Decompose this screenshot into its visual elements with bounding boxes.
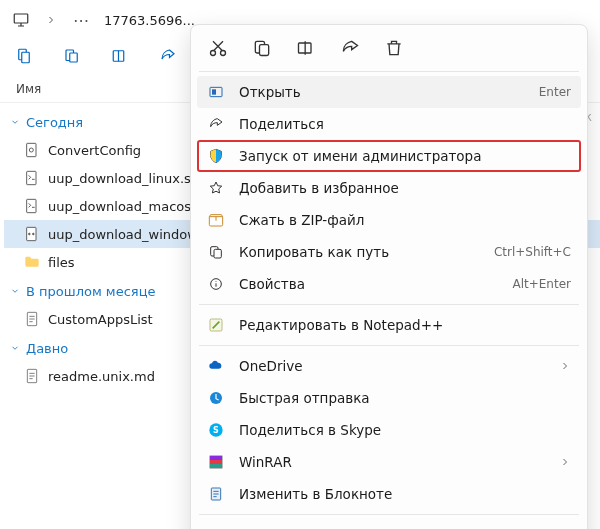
svg-rect-4 [70,53,78,62]
chevron-right-icon [559,360,571,372]
chevron-down-icon [10,343,22,355]
menu-item-label: Открыть [239,84,525,100]
group-name: Сегодня [26,115,83,130]
svg-text:S: S [213,426,219,435]
menu-item-npp[interactable]: Редактировать в Notepad++ [197,309,581,341]
copy-icon[interactable] [62,46,82,66]
rename-icon[interactable] [295,37,317,59]
ellipsis-icon[interactable]: ⋯ [70,9,92,31]
svg-rect-21 [212,89,216,94]
cut-icon[interactable] [14,46,34,66]
menu-item-label: Сжать в ZIP-файл [239,212,571,228]
svg-rect-23 [214,249,221,258]
menu-item-label: OneDrive [239,358,545,374]
svg-rect-30 [210,456,222,460]
menu-item-props[interactable]: СвойстваAlt+Enter [197,268,581,300]
chevron-right-icon[interactable] [40,9,62,31]
skype-icon: S [207,421,225,439]
separator [199,304,579,305]
menu-item-label: Добавить в избранное [239,180,571,196]
copypath-icon [207,243,225,261]
menu-item-shortcut: Alt+Enter [512,277,571,291]
file-icon [24,254,40,270]
menu-item-label: Копировать как путь [239,244,480,260]
menu-item-shield[interactable]: Запуск от имени администратора [197,140,581,172]
menu-item-label: Редактировать в Notepad++ [239,317,571,333]
svg-point-12 [33,233,35,235]
file-icon [24,226,40,242]
svg-rect-8 [27,171,36,184]
star-icon [207,179,225,197]
menu-item-copypath[interactable]: Копировать как путьCtrl+Shift+C [197,236,581,268]
share-icon[interactable] [158,46,178,66]
svg-rect-31 [210,460,222,464]
copy-icon[interactable] [251,37,273,59]
file-icon [24,198,40,214]
group-name: В прошлом месяце [26,284,155,299]
menu-item-open[interactable]: ОткрытьEnter [197,76,581,108]
separator [199,71,579,72]
menu-item-notepad[interactable]: Изменить в Блокноте [197,478,581,510]
file-name: uup_download_windows [48,227,205,242]
chevron-right-icon [559,456,571,468]
menu-item-star[interactable]: Добавить в избранное [197,172,581,204]
zip-icon [207,211,225,229]
group-name: Давно [26,341,68,356]
menu-item-label: Свойства [239,276,498,292]
share-icon [207,115,225,133]
file-name: CustomAppsList [48,312,153,327]
menu-item-label: Запуск от имени администратора [239,148,571,164]
file-icon [24,142,40,158]
menu-item-label: Быстрая отправка [239,390,571,406]
npp-icon [207,316,225,334]
onedrive-icon [207,357,225,375]
svg-rect-0 [14,14,28,23]
shield-icon [207,147,225,165]
menu-item-label: Поделиться [239,116,571,132]
menu-item-skype[interactable]: SПоделиться в Skype [197,414,581,446]
notepad-icon [207,485,225,503]
menu-item-label: WinRAR [239,454,545,470]
monitor-icon[interactable] [10,9,32,31]
menu-item-share[interactable]: Поделиться [197,108,581,140]
chevron-down-icon [10,117,22,129]
menu-item-shortcut: Enter [539,85,571,99]
separator [199,514,579,515]
props-icon [207,275,225,293]
separator [199,345,579,346]
share-icon[interactable] [339,37,361,59]
cut-icon[interactable] [207,37,229,59]
menu-item-zip[interactable]: Сжать в ZIP-файл [197,204,581,236]
menu-item-fastsend[interactable]: Быстрая отправка [197,382,581,414]
fastsend-icon [207,389,225,407]
svg-rect-2 [22,52,30,63]
file-name: uup_download_macos.sh [48,199,210,214]
menu-item-winrar[interactable]: WinRAR [197,446,581,478]
context-menu: ОткрытьEnterПоделитьсяЗапуск от имени ад… [190,24,588,529]
svg-point-11 [29,233,31,235]
context-menu-quick-actions [197,31,581,67]
breadcrumb-text: 17763.5696... [104,13,195,28]
file-name: files [48,255,75,270]
svg-rect-9 [27,199,36,212]
chevron-down-icon [10,286,22,298]
svg-rect-18 [260,45,269,56]
open-icon [207,83,225,101]
file-name: uup_download_linux.sh [48,171,199,186]
file-icon [24,311,40,327]
menu-item-shortcut: Ctrl+Shift+C [494,245,571,259]
svg-point-15 [211,51,216,56]
menu-item-label: Поделиться в Skype [239,422,571,438]
menu-item-onedrive[interactable]: OneDrive [197,350,581,382]
svg-rect-6 [27,143,36,156]
winrar-icon [207,453,225,471]
file-icon [24,170,40,186]
svg-rect-32 [210,464,222,468]
file-icon [24,368,40,384]
svg-point-16 [221,51,226,56]
file-name: readme.unix.md [48,369,155,384]
file-name: ConvertConfig [48,143,141,158]
rename-icon[interactable] [110,46,130,66]
menu-item-more[interactable]: Показать дополнительные параметры [197,519,581,529]
delete-icon[interactable] [383,37,405,59]
